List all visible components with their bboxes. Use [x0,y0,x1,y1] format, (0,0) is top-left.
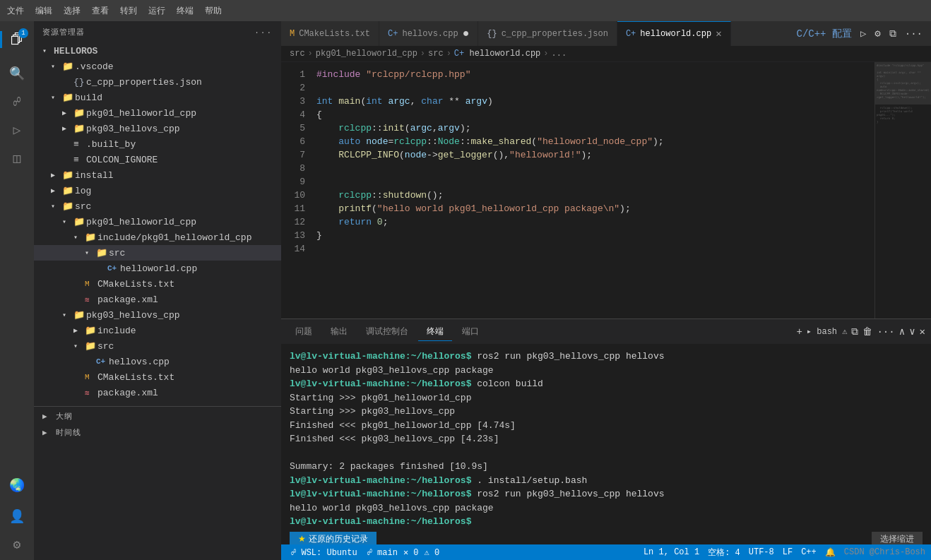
notification-icon[interactable]: 🔔 [825,547,836,558]
menu-goto[interactable]: 转到 [120,5,137,17]
encoding-status[interactable]: UTF-8 [749,547,774,557]
sidebar-item-include-pkg03[interactable]: ▶ 📁 include [34,323,281,338]
chevron-down-icon: ▾ [73,342,85,350]
breadcrumb-src2[interactable]: src [428,49,444,59]
terminal-line-3: lv@lv-virtual-machine:~/helloros$ colcon… [290,377,923,391]
activity-debug[interactable]: ▷ [4,117,30,143]
sidebar-item-package-xml-pkg03[interactable]: ≋ package.xml [34,385,281,400]
split-panel-icon[interactable]: ⧉ [851,326,858,338]
line-content [316,242,874,256]
spaces-status[interactable]: 空格: 4 [708,547,740,559]
cpp-config-icon[interactable]: C/C++ 配置 [793,26,854,42]
sidebar-item-package-xml-pkg01[interactable]: ≋ package.xml [34,292,281,307]
sidebar-item-cmakelists-pkg01[interactable]: M CMakeLists.txt [34,276,281,292]
sidebar-item-label: .vscode [75,61,114,72]
tab-helloworld-cpp[interactable]: C+ helloworld.cpp ✕ [617,21,731,46]
sidebar-item-pkg01[interactable]: ▾ 📁 pkg01_helloworld_cpp [34,214,281,230]
remote-status[interactable]: ☍ WSL: Ubuntu [287,547,362,558]
chevron-down-icon: ▾ [73,233,85,242]
sidebar-item-pkg03[interactable]: ▾ 📁 pkg03_hellovs_cpp [34,307,281,323]
errors-status[interactable]: ✕ 0 [403,547,419,558]
menu-bar[interactable]: 文件 编辑 选择 查看 转到 运行 终端 帮助 [7,5,222,17]
sidebar-item-built-by[interactable]: ≡ .built_by [34,136,281,152]
line-content [316,162,874,175]
sidebar-outline[interactable]: ▶ 大纲 [34,406,281,424]
tree-root[interactable]: ▾ HELLOROS [34,43,281,59]
menu-file[interactable]: 文件 [7,5,24,17]
select-expand-button[interactable]: 选择缩进 [872,532,923,545]
panel-tab-debug[interactable]: 调试控制台 [357,323,417,341]
chevron-down-panel-icon[interactable]: ∨ [909,326,915,338]
menu-view[interactable]: 查看 [92,5,109,17]
activity-remote[interactable]: 🌏 [4,472,30,498]
sidebar-item-colcon-ignore[interactable]: ≡ COLCON_IGNORE [34,152,281,167]
sidebar-item-pkg03-build[interactable]: ▶ 📁 pkg03_hellovs_cpp [34,121,281,136]
line-col-status[interactable]: Ln 1, Col 1 [644,547,699,557]
delete-terminal-icon[interactable]: 🗑 [862,326,872,338]
menu-edit[interactable]: 编辑 [35,5,52,17]
branch-status[interactable]: ☍ main [367,547,398,558]
sidebar-item-src-pkg01[interactable]: ▾ 📁 src [34,245,281,261]
menu-terminal[interactable]: 终端 [177,5,194,17]
breadcrumb-pkg01[interactable]: pkg01_helloworld_cpp [316,49,417,59]
more-icon[interactable]: ··· [902,27,925,41]
terminal[interactable]: lv@lv-virtual-machine:~/helloros$ ros2 r… [281,344,931,544]
warnings-status[interactable]: ⚠ 0 [425,547,440,558]
sidebar-item-hellovs-cpp[interactable]: C+ hellovs.cpp [34,354,281,369]
activity-extensions[interactable]: ◫ [4,145,30,171]
activity-account[interactable]: 👤 [4,504,30,529]
activity-git[interactable]: ☍ [4,89,30,114]
sidebar-item-pkg01-build[interactable]: ▶ 📁 pkg01_helloworld_cpp [34,105,281,121]
sidebar-item-vscode[interactable]: ▾ 📁 .vscode [34,59,281,74]
panel: 问题 输出 调试控制台 终端 端口 + ▸ bash ⚠ ⧉ 🗑 ··· ∧ ∨… [281,318,931,544]
sidebar-item-cmakelists-pkg03[interactable]: M CMakeLists.txt [34,369,281,385]
code-editor[interactable]: 1 #include "rclcpp/rclcpp.hpp" 2 3 int m… [281,62,874,318]
close-panel-icon[interactable]: ✕ [920,326,925,338]
sidebar-item-c-cpp-properties[interactable]: {} c_cpp_properties.json [34,74,281,90]
language-status[interactable]: C++ [801,547,817,557]
sidebar-item-label: include/pkg01_helloworld_cpp [97,232,251,243]
gear-icon[interactable]: ⚙ [872,26,883,41]
eol-status[interactable]: LF [783,547,793,557]
cmake-icon: M [85,280,97,288]
panel-tab-problems[interactable]: 问题 [287,323,321,341]
menu-help[interactable]: 帮助 [205,5,222,17]
split-editor-icon[interactable]: ⧉ [886,27,899,41]
breadcrumb-file[interactable]: C+ helloworld.cpp [454,49,540,59]
sidebar-more-icon[interactable]: ··· [254,28,273,37]
sidebar-item-install[interactable]: ▶ 📁 install [34,167,281,183]
folder-icon: 📁 [96,247,109,258]
sidebar-item-label: pkg03_hellovs_cpp [86,310,180,321]
panel-tab-ports[interactable]: 端口 [453,323,487,341]
breadcrumb-src[interactable]: src [290,49,305,59]
tab-c-cpp-properties[interactable]: {} c_cpp_properties.json [478,21,617,46]
breadcrumb-dots[interactable]: ... [552,49,567,59]
chevron-up-icon[interactable]: ∧ [899,326,905,338]
panel-tab-output[interactable]: 输出 [322,323,356,341]
activity-settings[interactable]: ⚙ [4,532,30,557]
sidebar-item-log[interactable]: ▶ 📁 log [34,183,281,198]
sidebar-item-src[interactable]: ▾ 📁 src [34,198,281,214]
sidebar-item-include-pkg01[interactable]: ▾ 📁 include/pkg01_helloworld_cpp [34,230,281,245]
sidebar-item-build[interactable]: ▾ 📁 build [34,90,281,105]
line-number: 3 [281,95,316,108]
tab-cmakelists[interactable]: M CMakeLists.txt [281,21,379,46]
close-icon[interactable]: ✕ [716,29,721,39]
sidebar-timeline[interactable]: ▶ 时间线 [34,424,281,441]
restore-history-button[interactable]: ★ 还原的历史记录 [290,532,376,545]
menu-run[interactable]: 运行 [148,5,165,17]
add-terminal-icon[interactable]: + [796,326,802,338]
menu-select[interactable]: 选择 [64,5,81,17]
activity-files[interactable]: 🗍 1 [4,27,30,52]
more-panel-icon[interactable]: ··· [877,326,894,338]
activity-bar: 🗍 1 🔍 ☍ ▷ ◫ 🌏 👤 ⚙ [0,21,34,560]
sidebar-item-helloworld-cpp[interactable]: C+ helloworld.cpp [34,261,281,276]
panel-tab-terminal[interactable]: 终端 [418,323,452,341]
tab-hellovs[interactable]: C+ hellovs.cpp ● [379,21,478,46]
activity-search[interactable]: 🔍 [4,61,30,86]
sidebar-item-src-pkg03[interactable]: ▾ 📁 src [34,338,281,354]
run-icon[interactable]: ▷ [858,26,869,41]
code-line-5: 5 rclcpp::init(argc,argv); [281,121,874,135]
code-line-2: 2 [281,81,874,95]
sidebar-item-label: package.xml [97,294,158,305]
